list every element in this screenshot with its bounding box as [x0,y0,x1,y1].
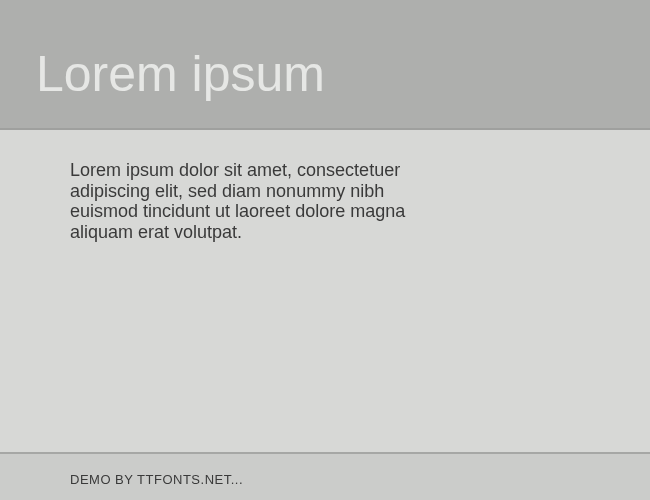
footer: DEMO BY TTFONTS.NET... [0,454,650,500]
main-content: Lorem ipsum dolor sit amet, consectetuer… [0,130,650,452]
footer-text: DEMO BY TTFONTS.NET... [70,472,580,487]
header: Lorem ipsum [0,0,650,128]
page-title: Lorem ipsum [36,45,614,103]
body-text: Lorem ipsum dolor sit amet, consectetuer… [70,160,430,243]
